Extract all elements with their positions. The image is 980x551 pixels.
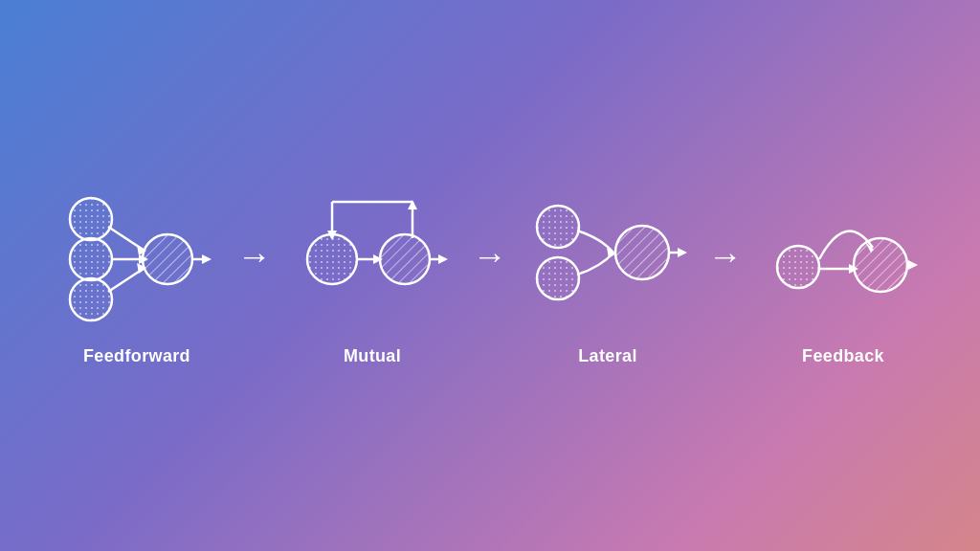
svg-point-37: [777, 246, 819, 288]
diagrams-container: Feedforward →: [0, 186, 980, 366]
svg-point-30: [537, 257, 579, 299]
mutual-group: Mutual: [274, 186, 471, 366]
svg-marker-34: [678, 248, 687, 257]
feedback-group: Feedback: [745, 186, 942, 366]
svg-point-21: [307, 234, 357, 284]
mutual-label: Mutual: [344, 346, 401, 366]
svg-point-2: [70, 198, 112, 240]
svg-marker-13: [202, 254, 212, 264]
lateral-label: Lateral: [578, 346, 637, 366]
svg-point-24: [380, 234, 430, 284]
feedforward-visual: [60, 186, 213, 320]
svg-point-11: [143, 234, 192, 284]
svg-marker-26: [438, 254, 448, 264]
svg-point-3: [70, 238, 112, 280]
svg-point-29: [537, 206, 579, 248]
feedback-visual: [769, 186, 918, 320]
feedback-label: Feedback: [802, 346, 884, 366]
arrow-2: →: [473, 236, 507, 315]
arrow-1: →: [237, 236, 272, 315]
svg-point-32: [615, 226, 669, 279]
mutual-visual: [296, 186, 449, 320]
lateral-visual: [529, 186, 687, 320]
lateral-group: Lateral: [509, 186, 706, 366]
arrow-3: →: [708, 236, 743, 315]
feedforward-label: Feedforward: [83, 346, 190, 366]
svg-marker-43: [908, 260, 918, 270]
svg-point-41: [854, 238, 907, 292]
svg-point-4: [70, 278, 112, 320]
background: Feedforward →: [0, 0, 980, 551]
feedforward-group: Feedforward: [38, 186, 235, 366]
